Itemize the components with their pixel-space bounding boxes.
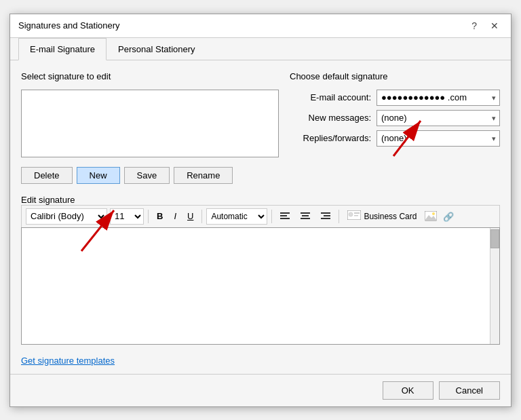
svg-rect-2 bbox=[280, 218, 290, 219]
tabs-bar: E-mail Signature Personal Stationery bbox=[10, 38, 511, 60]
svg-rect-3 bbox=[301, 212, 310, 214]
toolbar-divider-4 bbox=[339, 210, 339, 223]
svg-rect-11 bbox=[354, 212, 360, 214]
signatures-stationery-dialog: Signatures and Stationery ? ✕ E-mail Sig… bbox=[9, 14, 512, 407]
replies-forwards-select-wrapper: (none) bbox=[377, 130, 500, 147]
title-bar-controls: ? ✕ bbox=[467, 20, 503, 32]
save-button[interactable]: Save bbox=[124, 167, 170, 184]
new-messages-select[interactable]: (none) bbox=[377, 110, 500, 126]
ok-button[interactable]: OK bbox=[383, 381, 433, 400]
dialog-body: Select signature to edit Choose default … bbox=[10, 60, 511, 374]
email-account-label: E-mail account: bbox=[290, 92, 371, 102]
svg-rect-4 bbox=[302, 215, 309, 216]
left-column: Select signature to edit bbox=[21, 71, 279, 157]
footer-links: Get signature templates bbox=[21, 356, 500, 366]
insert-picture-icon bbox=[425, 211, 437, 222]
svg-point-15 bbox=[432, 212, 435, 215]
title-bar: Signatures and Stationery ? ✕ bbox=[10, 14, 511, 38]
email-account-select[interactable]: ●●●●●●●●●●●● .com bbox=[377, 90, 500, 106]
select-sig-label: Select signature to edit bbox=[21, 71, 279, 81]
signature-btn-row: Delete New Save Rename bbox=[21, 167, 500, 184]
replies-forwards-select[interactable]: (none) bbox=[377, 130, 500, 147]
align-center-button[interactable] bbox=[296, 208, 314, 225]
email-account-row: E-mail account: ●●●●●●●●●●●● .com bbox=[290, 90, 500, 106]
font-name-select[interactable]: Calibri (Body) bbox=[26, 208, 107, 225]
sig-edit-wrapper bbox=[21, 227, 500, 345]
align-center-icon bbox=[301, 212, 310, 221]
rename-button[interactable]: Rename bbox=[174, 167, 233, 184]
svg-rect-1 bbox=[280, 215, 287, 216]
align-left-button[interactable] bbox=[276, 208, 294, 225]
get-templates-link[interactable]: Get signature templates bbox=[21, 356, 115, 366]
italic-button[interactable]: I bbox=[170, 208, 180, 225]
scrollbar-thumb bbox=[490, 229, 499, 248]
two-col-section: Select signature to edit Choose default … bbox=[21, 71, 500, 157]
svg-rect-5 bbox=[301, 218, 310, 219]
help-button[interactable]: ? bbox=[467, 20, 481, 32]
new-messages-row: New messages: (none) bbox=[290, 110, 500, 126]
replies-forwards-row: Replies/forwards: (none) bbox=[290, 130, 500, 147]
align-left-icon bbox=[280, 212, 290, 221]
right-column: Choose default signature E-mail account:… bbox=[290, 71, 500, 157]
business-card-icon bbox=[347, 210, 361, 222]
hyperlink-icon: 🔗 bbox=[442, 211, 455, 222]
edit-signature-section: Edit signature Calibri (Body) 11 B I U A… bbox=[21, 192, 500, 345]
close-button[interactable]: ✕ bbox=[486, 20, 503, 32]
svg-text:🔗: 🔗 bbox=[443, 211, 455, 222]
toolbar-divider-2 bbox=[201, 210, 202, 223]
align-right-icon bbox=[321, 212, 330, 221]
font-size-select[interactable]: 11 bbox=[110, 208, 144, 225]
svg-rect-12 bbox=[354, 215, 358, 216]
tab-personal-stationery[interactable]: Personal Stationery bbox=[107, 38, 206, 60]
toolbar-divider-1 bbox=[148, 210, 149, 223]
svg-rect-0 bbox=[280, 212, 290, 214]
signature-edit-area[interactable] bbox=[21, 227, 500, 345]
bold-button[interactable]: B bbox=[153, 208, 167, 225]
email-account-select-wrapper: ●●●●●●●●●●●● .com bbox=[377, 90, 500, 106]
choose-default-label: Choose default signature bbox=[290, 71, 500, 81]
dialog-title: Signatures and Stationery bbox=[18, 20, 120, 31]
svg-rect-6 bbox=[321, 212, 330, 214]
font-color-select[interactable]: Automatic bbox=[206, 208, 267, 225]
default-sig-group: E-mail account: ●●●●●●●●●●●● .com New me… bbox=[290, 90, 500, 147]
svg-rect-7 bbox=[324, 215, 330, 216]
underline-button[interactable]: U bbox=[183, 208, 197, 225]
hyperlink-button[interactable]: 🔗 bbox=[441, 209, 456, 224]
dialog-footer: OK Cancel bbox=[10, 374, 511, 406]
replies-forwards-label: Replies/forwards: bbox=[290, 133, 371, 143]
cancel-button[interactable]: Cancel bbox=[439, 381, 500, 400]
scrollbar[interactable] bbox=[490, 228, 499, 344]
toolbar-divider-3 bbox=[271, 210, 272, 223]
new-button[interactable]: New bbox=[77, 167, 120, 184]
align-right-button[interactable] bbox=[317, 208, 334, 225]
business-card-button[interactable]: Business Card bbox=[343, 208, 421, 225]
svg-rect-8 bbox=[321, 218, 330, 219]
new-messages-label: New messages: bbox=[290, 113, 371, 123]
new-messages-select-wrapper: (none) bbox=[377, 110, 500, 126]
signature-listbox[interactable] bbox=[21, 90, 279, 157]
business-card-label: Business Card bbox=[364, 212, 417, 221]
svg-rect-10 bbox=[349, 212, 353, 216]
formatting-toolbar: Calibri (Body) 11 B I U Automatic bbox=[21, 205, 500, 227]
edit-sig-label: Edit signature bbox=[21, 195, 500, 205]
delete-button[interactable]: Delete bbox=[21, 167, 73, 184]
insert-picture-button[interactable] bbox=[423, 209, 438, 224]
tab-email-signature[interactable]: E-mail Signature bbox=[18, 38, 107, 60]
